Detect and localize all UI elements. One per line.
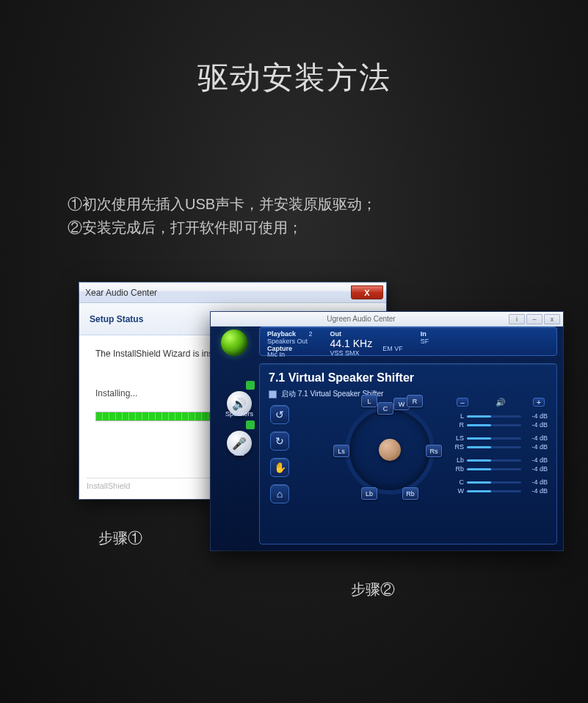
slider-Lb[interactable] [467,459,521,462]
instruction-line-1: ①初次使用先插入USB声卡，并安装原版驱动； [68,192,529,216]
reset-button[interactable]: ⌂ [270,484,289,503]
audio-top-strip: Playback 2 Speakers Out Capture Mic In O… [259,327,557,356]
slider-db-RS: -4 dB [524,443,548,451]
slider-label-RS: RS [454,443,464,451]
page-title: 驱动安装方法 [0,0,588,98]
slider-db-C: -4 dB [524,478,548,486]
volume-minus-button[interactable]: – [457,398,468,407]
slider-RS[interactable] [467,446,521,448]
slider-label-L: L [454,412,464,420]
slider-C[interactable] [467,481,521,484]
window-controls: i – x [509,314,560,324]
slider-db-R: -4 dB [524,421,548,429]
topstrip-emvf: EM VF [382,330,403,355]
in-sub: SF [421,338,429,345]
in-label: In [421,330,429,338]
slider-label-Lb: Lb [454,456,464,464]
volume-plus-button[interactable]: + [533,398,545,407]
slider-label-R: R [454,421,464,429]
speakers-label: Speakers [225,410,253,418]
instruction-block: ①初次使用先插入USB声卡，并安装原版驱动； ②安装完成后，打开软件即可使用； [68,192,529,239]
slider-group-lr: L-4 dB R-4 dB [454,412,548,429]
step2-caption: 步骤② [351,580,395,600]
installer-close-button[interactable]: X [351,285,383,299]
speaker-Rs[interactable]: Rs [426,445,442,457]
sliders-header: – 🔊 + [454,398,548,407]
playback-sub: Speakers Out [267,338,313,345]
speaker-C[interactable]: C [377,402,393,415]
speaker-R[interactable]: R [407,395,423,407]
close-icon: X [364,288,369,297]
topstrip-playback: Playback 2 Speakers Out Capture Mic In [267,330,313,355]
installer-title: Xear Audio Center [85,288,157,298]
manual-button[interactable]: ✋ [270,458,289,477]
mic-status-badge [246,420,255,429]
titlebar-minimize-button[interactable]: – [526,314,542,324]
audio-center-titlebar[interactable]: Ugreen Audio Center i – x [211,312,563,327]
playback-label: Playback [267,330,296,338]
audio-center-title: Ugreen Audio Center [214,315,509,323]
slider-label-C: C [454,478,464,486]
titlebar-close-button[interactable]: x [544,314,560,324]
playback-count: 2 [309,330,313,338]
rotate-right-button[interactable]: ↻ [270,431,289,451]
slider-group-cw: C-4 dB W-4 dB [454,478,548,495]
rotate-left-button[interactable]: ↺ [270,405,289,424]
speakers-status-badge [246,381,255,390]
slider-group-lsrs: LS-4 dB RS-4 dB [454,434,548,451]
topstrip-out: Out 44.1 KHz VSS SMX [330,330,373,355]
speaker-Rb[interactable]: Rb [402,487,418,500]
mic-label: Mic [234,450,244,457]
slider-db-LS: -4 dB [524,434,548,442]
rotate-right-icon: ↻ [275,435,284,447]
status-orb-icon[interactable] [221,329,247,356]
device-column: 🔊 Speakers 🎤 Mic [222,391,256,457]
volume-sliders: – 🔊 + L-4 dB R-4 dB LS-4 dB RS-4 dB Lb-4… [454,398,548,495]
slider-L[interactable] [467,415,521,418]
titlebar-info-button[interactable]: i [509,314,525,324]
slider-LS[interactable] [467,437,521,440]
slider-label-W: W [454,487,464,495]
installer-footer: InstallShield [87,481,130,490]
slider-label-Rb: Rb [454,465,464,473]
em-vf: EM VF [382,345,403,352]
slider-db-W: -4 dB [524,487,548,495]
mode-controls: ↺ ↻ ✋ ⌂ [270,405,289,503]
speaker-wheel[interactable]: L C W R Ls Rs Lb Rb [336,396,443,503]
step1-caption: 步骤① [98,528,142,548]
slider-R[interactable] [467,424,521,426]
slider-db-L: -4 dB [524,412,548,420]
slider-W[interactable] [467,490,521,492]
rotate-left-icon: ↺ [275,409,284,420]
slider-label-LS: LS [454,434,464,442]
home-icon: ⌂ [277,488,283,500]
speaker-L[interactable]: L [361,395,377,407]
out-khz: 44.1 KHz [330,338,373,349]
installer-titlebar[interactable]: Xear Audio Center X [79,283,386,303]
out-sub: VSS SMX [330,349,373,357]
volume-icon: 🔊 [496,398,506,407]
slider-db-Lb: -4 dB [524,456,548,464]
instruction-line-2: ②安装完成后，打开软件即可使用； [68,216,529,239]
audio-center-window: Ugreen Audio Center i – x Playback 2 Spe… [211,312,563,550]
topstrip-in: In SF [421,330,429,355]
panel-title: 7.1 Virtual Speaker Shifter [269,371,548,385]
listener-icon[interactable] [379,439,401,461]
main-panel: 7.1 Virtual Speaker Shifter 启动 7.1 Virtu… [259,363,557,544]
slider-Rb[interactable] [467,468,521,470]
slider-group-lbrb: Lb-4 dB Rb-4 dB [454,456,548,473]
speaker-Lb[interactable]: Lb [361,487,377,500]
hand-icon: ✋ [274,462,286,473]
enable-checkbox[interactable] [269,390,277,398]
out-label: Out [330,330,373,338]
slider-db-Rb: -4 dB [524,465,548,473]
speaker-Ls[interactable]: Ls [333,445,349,457]
